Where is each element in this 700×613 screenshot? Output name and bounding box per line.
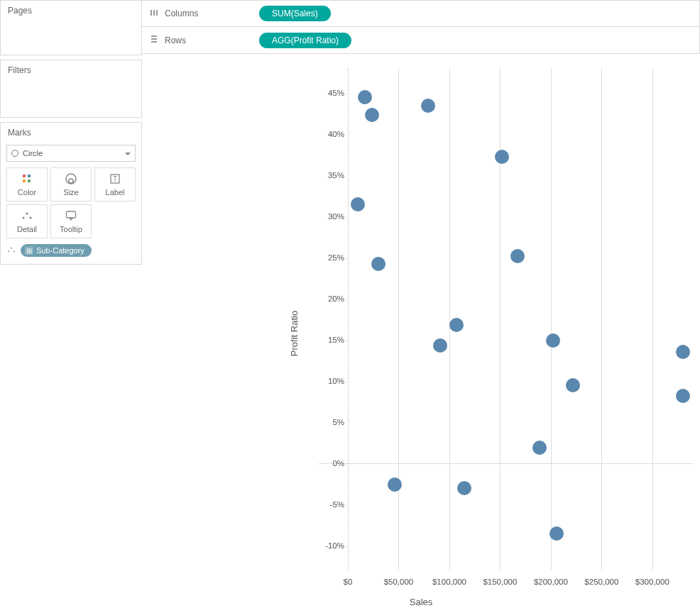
pages-title: Pages [1,1,141,20]
y-tick-label: 5% [316,418,344,426]
marks-label-button[interactable]: T Label [94,167,136,201]
gridline-v [449,68,450,570]
marks-tooltip-label: Tooltip [60,225,82,233]
y-tick-label: 15% [316,336,344,344]
gridline-v [601,68,602,570]
marks-color-button[interactable]: Color [6,167,48,201]
y-axis-title: Profit Ratio [289,311,300,356]
filters-card[interactable]: Filters [0,60,142,118]
y-tick-label: 25% [316,253,344,262]
rows-pill[interactable]: AGG(Profit Ratio) [259,33,351,48]
svg-point-8 [22,216,24,219]
rows-label: Rows [165,35,186,45]
rows-pill-label: AGG(Profit Ratio) [272,35,339,45]
data-point[interactable] [566,378,580,392]
x-axis-title: Sales [410,597,433,607]
x-tick-label: $100,000 [432,578,466,586]
svg-point-9 [26,212,28,214]
zero-line-h [319,463,693,464]
svg-point-10 [29,216,31,219]
data-point[interactable] [676,345,690,359]
gridline-v [500,68,501,570]
data-point[interactable] [365,108,379,122]
detail-glyph-icon [6,245,16,257]
svg-rect-11 [67,211,76,218]
svg-point-5 [69,179,73,183]
svg-text:T: T [113,175,117,183]
data-point[interactable] [388,477,402,492]
columns-pill[interactable]: SUM(Sales) [259,6,331,21]
side-panel: Pages Filters Marks Circle Color [0,0,142,613]
svg-rect-16 [153,10,155,16]
svg-point-0 [23,175,26,178]
gridline-v [551,68,552,570]
data-point[interactable] [351,197,365,211]
mark-type-label: Circle [23,149,43,158]
y-tick-label: 35% [316,171,344,180]
filters-title: Filters [1,60,141,79]
svg-rect-17 [156,10,158,16]
subcategory-pill[interactable]: ⊞ Sub-Category [21,244,92,257]
rows-icon [149,35,159,45]
detail-icon [21,209,33,222]
marks-detail-button[interactable]: Detail [6,204,48,238]
svg-point-3 [28,180,31,183]
y-tick-label: 40% [316,130,344,138]
size-icon [65,172,77,185]
chevron-down-icon [125,153,131,155]
data-point[interactable] [358,90,372,104]
data-point[interactable] [449,318,464,332]
columns-shelf[interactable]: Columns SUM(Sales) [142,0,700,27]
x-tick-label: $250,000 [584,578,618,586]
columns-label: Columns [165,9,198,18]
svg-point-13 [11,247,12,248]
y-tick-label: -5% [316,500,344,509]
data-point[interactable] [371,257,385,271]
data-point[interactable] [457,481,471,495]
data-point[interactable] [433,338,447,353]
y-tick-label: 20% [316,294,344,303]
marks-size-label: Size [63,188,78,197]
data-point[interactable] [495,150,509,164]
data-point[interactable] [532,441,547,455]
marks-tooltip-button[interactable]: Tooltip [50,204,92,238]
plot-area[interactable]: -10%-5%0%5%10%15%20%25%30%35%40%45%$0$50… [348,68,693,570]
main-area: Columns SUM(Sales) Rows AGG(Profit Ratio… [142,0,700,613]
y-tick-label: 45% [316,89,344,97]
columns-icon [149,9,159,19]
y-tick-label: 30% [316,212,344,221]
marks-color-label: Color [18,188,36,197]
mark-type-dropdown[interactable]: Circle [6,145,136,162]
color-icon [21,172,33,185]
x-tick-label: $0 [344,578,353,586]
data-point[interactable] [546,333,560,348]
data-point[interactable] [549,526,564,541]
gridline-v [652,68,653,570]
x-tick-label: $50,000 [384,578,414,586]
rows-shelf[interactable]: Rows AGG(Profit Ratio) [142,27,700,54]
subcategory-pill-label: Sub-Category [36,246,84,255]
data-point[interactable] [510,249,525,263]
pages-card[interactable]: Pages [0,0,142,55]
y-tick-label: 10% [316,377,344,385]
x-tick-label: $300,000 [635,578,669,586]
data-point[interactable] [421,99,435,113]
marks-label-label: Label [106,188,125,197]
svg-rect-20 [151,41,157,43]
x-tick-label: $150,000 [483,578,517,586]
gridline-v [398,68,399,570]
columns-pill-label: SUM(Sales) [272,9,318,18]
label-icon: T [109,172,121,185]
marks-card: Marks Circle Color Size [0,122,142,265]
expand-icon: ⊞ [25,246,33,255]
marks-size-button[interactable]: Size [50,167,92,201]
y-tick-label: -10% [316,541,344,550]
data-point[interactable] [676,389,690,403]
zero-line-v [348,68,349,570]
y-tick-label: 0% [316,459,344,468]
svg-rect-19 [151,38,157,40]
x-tick-label: $200,000 [534,578,568,586]
svg-point-12 [8,250,9,252]
chart-viewport[interactable]: Profit Ratio Sales -10%-5%0%5%10%15%20%2… [142,54,700,613]
circle-icon [11,150,18,157]
